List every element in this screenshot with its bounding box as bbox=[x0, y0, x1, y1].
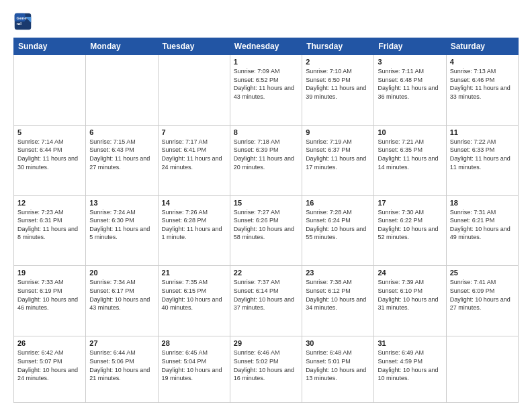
header: Gene ral bbox=[13, 12, 519, 31]
day-number: 1 bbox=[234, 58, 298, 66]
calendar-cell: 15Sunrise: 7:27 AM Sunset: 6:26 PM Dayli… bbox=[230, 195, 302, 266]
page: Gene ral SundayMondayTuesdayWednesdayThu… bbox=[0, 0, 532, 411]
calendar-cell: 30Sunrise: 6:48 AM Sunset: 5:01 PM Dayli… bbox=[302, 336, 374, 403]
calendar-cell: 28Sunrise: 6:45 AM Sunset: 5:04 PM Dayli… bbox=[158, 336, 230, 403]
day-info: Sunrise: 7:23 AM Sunset: 6:31 PM Dayligh… bbox=[17, 208, 82, 242]
calendar-cell: 26Sunrise: 6:42 AM Sunset: 5:07 PM Dayli… bbox=[14, 336, 86, 403]
day-info: Sunrise: 6:42 AM Sunset: 5:07 PM Dayligh… bbox=[17, 349, 82, 382]
calendar-cell: 11Sunrise: 7:22 AM Sunset: 6:33 PM Dayli… bbox=[446, 125, 518, 195]
calendar-cell: 16Sunrise: 7:28 AM Sunset: 6:24 PM Dayli… bbox=[302, 195, 374, 266]
day-info: Sunrise: 7:11 AM Sunset: 6:48 PM Dayligh… bbox=[378, 67, 442, 101]
calendar-week-3: 12Sunrise: 7:23 AM Sunset: 6:31 PM Dayli… bbox=[14, 195, 519, 266]
day-number: 10 bbox=[378, 128, 442, 136]
day-info: Sunrise: 7:10 AM Sunset: 6:50 PM Dayligh… bbox=[306, 67, 370, 101]
day-number: 28 bbox=[162, 339, 226, 347]
day-number: 17 bbox=[378, 199, 442, 207]
calendar-cell bbox=[86, 55, 158, 126]
calendar-cell: 8Sunrise: 7:18 AM Sunset: 6:39 PM Daylig… bbox=[230, 125, 302, 195]
day-info: Sunrise: 7:14 AM Sunset: 6:44 PM Dayligh… bbox=[17, 138, 82, 171]
calendar-cell bbox=[158, 55, 230, 126]
weekday-header-sunday: Sunday bbox=[14, 38, 86, 55]
day-info: Sunrise: 7:28 AM Sunset: 6:24 PM Dayligh… bbox=[306, 208, 370, 242]
day-number: 6 bbox=[89, 128, 154, 136]
calendar-cell: 10Sunrise: 7:21 AM Sunset: 6:35 PM Dayli… bbox=[374, 125, 446, 195]
weekday-header-monday: Monday bbox=[86, 38, 158, 55]
day-number: 14 bbox=[162, 199, 226, 207]
calendar-week-1: 1Sunrise: 7:09 AM Sunset: 6:52 PM Daylig… bbox=[14, 55, 519, 126]
calendar-cell: 24Sunrise: 7:39 AM Sunset: 6:10 PM Dayli… bbox=[374, 266, 446, 336]
calendar-cell: 18Sunrise: 7:31 AM Sunset: 6:21 PM Dayli… bbox=[446, 195, 518, 266]
calendar-cell: 13Sunrise: 7:24 AM Sunset: 6:30 PM Dayli… bbox=[86, 195, 158, 266]
day-info: Sunrise: 6:48 AM Sunset: 5:01 PM Dayligh… bbox=[306, 349, 370, 382]
logo: Gene ral bbox=[13, 12, 35, 31]
day-info: Sunrise: 7:15 AM Sunset: 6:43 PM Dayligh… bbox=[89, 138, 154, 171]
day-info: Sunrise: 7:30 AM Sunset: 6:22 PM Dayligh… bbox=[378, 208, 442, 242]
calendar-cell: 7Sunrise: 7:17 AM Sunset: 6:41 PM Daylig… bbox=[158, 125, 230, 195]
logo-icon: Gene ral bbox=[13, 12, 32, 31]
day-number: 11 bbox=[450, 128, 515, 136]
weekday-header-row: SundayMondayTuesdayWednesdayThursdayFrid… bbox=[14, 38, 519, 55]
svg-text:ral: ral bbox=[16, 21, 21, 26]
day-info: Sunrise: 7:09 AM Sunset: 6:52 PM Dayligh… bbox=[234, 67, 298, 101]
day-info: Sunrise: 7:33 AM Sunset: 6:19 PM Dayligh… bbox=[17, 278, 82, 312]
calendar-cell: 2Sunrise: 7:10 AM Sunset: 6:50 PM Daylig… bbox=[302, 55, 374, 126]
day-number: 4 bbox=[450, 58, 515, 66]
calendar-cell: 4Sunrise: 7:13 AM Sunset: 6:46 PM Daylig… bbox=[446, 55, 518, 126]
day-info: Sunrise: 7:26 AM Sunset: 6:28 PM Dayligh… bbox=[162, 208, 226, 242]
day-number: 15 bbox=[234, 199, 298, 207]
day-info: Sunrise: 7:27 AM Sunset: 6:26 PM Dayligh… bbox=[234, 208, 298, 242]
day-info: Sunrise: 7:24 AM Sunset: 6:30 PM Dayligh… bbox=[89, 208, 154, 242]
day-info: Sunrise: 6:46 AM Sunset: 5:02 PM Dayligh… bbox=[234, 349, 298, 382]
day-info: Sunrise: 6:49 AM Sunset: 4:59 PM Dayligh… bbox=[378, 349, 442, 382]
day-info: Sunrise: 6:45 AM Sunset: 5:04 PM Dayligh… bbox=[162, 349, 226, 382]
day-info: Sunrise: 7:13 AM Sunset: 6:46 PM Dayligh… bbox=[450, 67, 515, 101]
day-number: 18 bbox=[450, 199, 515, 207]
day-number: 9 bbox=[306, 128, 370, 136]
day-number: 3 bbox=[378, 58, 442, 66]
calendar-cell: 6Sunrise: 7:15 AM Sunset: 6:43 PM Daylig… bbox=[86, 125, 158, 195]
calendar-cell: 17Sunrise: 7:30 AM Sunset: 6:22 PM Dayli… bbox=[374, 195, 446, 266]
day-info: Sunrise: 7:34 AM Sunset: 6:17 PM Dayligh… bbox=[89, 278, 154, 312]
day-number: 23 bbox=[306, 269, 370, 277]
day-number: 26 bbox=[17, 339, 82, 347]
calendar-cell: 3Sunrise: 7:11 AM Sunset: 6:48 PM Daylig… bbox=[374, 55, 446, 126]
calendar-cell: 31Sunrise: 6:49 AM Sunset: 4:59 PM Dayli… bbox=[374, 336, 446, 403]
calendar-week-5: 26Sunrise: 6:42 AM Sunset: 5:07 PM Dayli… bbox=[14, 336, 519, 403]
weekday-header-wednesday: Wednesday bbox=[230, 38, 302, 55]
day-info: Sunrise: 7:19 AM Sunset: 6:37 PM Dayligh… bbox=[306, 138, 370, 171]
day-number: 19 bbox=[17, 269, 82, 277]
calendar-cell: 19Sunrise: 7:33 AM Sunset: 6:19 PM Dayli… bbox=[14, 266, 86, 336]
calendar-table: SundayMondayTuesdayWednesdayThursdayFrid… bbox=[13, 38, 519, 403]
calendar-cell: 29Sunrise: 6:46 AM Sunset: 5:02 PM Dayli… bbox=[230, 336, 302, 403]
day-number: 27 bbox=[89, 339, 154, 347]
calendar-cell: 9Sunrise: 7:19 AM Sunset: 6:37 PM Daylig… bbox=[302, 125, 374, 195]
day-info: Sunrise: 7:35 AM Sunset: 6:15 PM Dayligh… bbox=[162, 278, 226, 312]
day-info: Sunrise: 7:18 AM Sunset: 6:39 PM Dayligh… bbox=[234, 138, 298, 171]
calendar-cell: 22Sunrise: 7:37 AM Sunset: 6:14 PM Dayli… bbox=[230, 266, 302, 336]
day-number: 22 bbox=[234, 269, 298, 277]
day-info: Sunrise: 7:38 AM Sunset: 6:12 PM Dayligh… bbox=[306, 278, 370, 312]
calendar-body: 1Sunrise: 7:09 AM Sunset: 6:52 PM Daylig… bbox=[14, 55, 519, 403]
calendar-cell: 27Sunrise: 6:44 AM Sunset: 5:06 PM Dayli… bbox=[86, 336, 158, 403]
day-number: 24 bbox=[378, 269, 442, 277]
calendar-week-4: 19Sunrise: 7:33 AM Sunset: 6:19 PM Dayli… bbox=[14, 266, 519, 336]
calendar-week-2: 5Sunrise: 7:14 AM Sunset: 6:44 PM Daylig… bbox=[14, 125, 519, 195]
calendar-cell: 14Sunrise: 7:26 AM Sunset: 6:28 PM Dayli… bbox=[158, 195, 230, 266]
day-number: 29 bbox=[234, 339, 298, 347]
calendar-cell: 1Sunrise: 7:09 AM Sunset: 6:52 PM Daylig… bbox=[230, 55, 302, 126]
calendar-cell: 21Sunrise: 7:35 AM Sunset: 6:15 PM Dayli… bbox=[158, 266, 230, 336]
day-number: 21 bbox=[162, 269, 226, 277]
day-number: 12 bbox=[17, 199, 82, 207]
day-number: 16 bbox=[306, 199, 370, 207]
day-info: Sunrise: 6:44 AM Sunset: 5:06 PM Dayligh… bbox=[89, 349, 154, 382]
day-info: Sunrise: 7:21 AM Sunset: 6:35 PM Dayligh… bbox=[378, 138, 442, 171]
day-number: 8 bbox=[234, 128, 298, 136]
day-number: 5 bbox=[17, 128, 82, 136]
day-info: Sunrise: 7:31 AM Sunset: 6:21 PM Dayligh… bbox=[450, 208, 515, 242]
day-number: 25 bbox=[450, 269, 515, 277]
calendar-cell: 12Sunrise: 7:23 AM Sunset: 6:31 PM Dayli… bbox=[14, 195, 86, 266]
weekday-header-saturday: Saturday bbox=[446, 38, 518, 55]
day-number: 2 bbox=[306, 58, 370, 66]
day-info: Sunrise: 7:41 AM Sunset: 6:09 PM Dayligh… bbox=[450, 278, 515, 312]
day-number: 13 bbox=[89, 199, 154, 207]
